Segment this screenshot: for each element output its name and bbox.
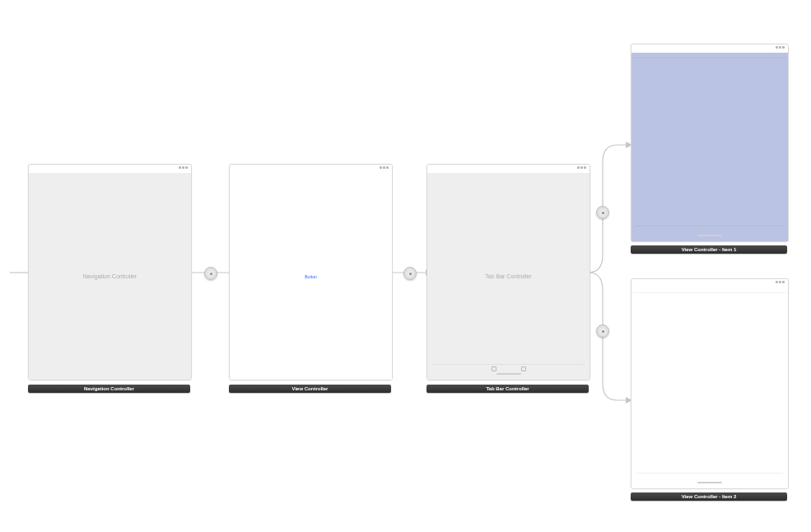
scene-body: Button (230, 173, 392, 380)
scene-body (632, 53, 788, 241)
tab-bar-preview (636, 473, 783, 483)
scene-label-item1: View Controller - Item 1 (631, 245, 787, 254)
scene-label-nav: Navigation Controller (28, 385, 190, 393)
scene-body: Tab Bar Controller (427, 173, 590, 380)
scene-label-view: View Controller (229, 385, 391, 393)
tabbar-placeholder-text: Tab Bar Controller (485, 273, 531, 279)
scene-label-item2: View Controller - Item 2 (631, 492, 787, 501)
segue-root[interactable] (204, 267, 217, 280)
scene-item2[interactable] (631, 278, 789, 489)
ui-button[interactable]: Button (305, 274, 316, 279)
tab-bar-preview (636, 226, 783, 236)
scene-view-controller[interactable]: Button (229, 164, 393, 380)
segue-relationship-item2[interactable] (596, 324, 609, 338)
scene-label-tabbar: Tab Bar Controller (426, 385, 589, 393)
segue-push[interactable] (403, 267, 417, 280)
scene-body (632, 287, 788, 488)
scene-item1[interactable] (631, 44, 789, 242)
scene-navigation-controller[interactable]: Navigation Controller (28, 164, 192, 380)
tab-bar-preview (432, 364, 585, 375)
scene-body: Navigation Controller (29, 173, 191, 380)
nav-placeholder-text: Navigation Controller (83, 273, 137, 279)
segue-relationship-item1[interactable] (596, 206, 609, 219)
scene-tabbar-controller[interactable]: Tab Bar Controller (426, 164, 590, 380)
storyboard-canvas[interactable]: Navigation Controller Navigation Control… (0, 0, 811, 532)
